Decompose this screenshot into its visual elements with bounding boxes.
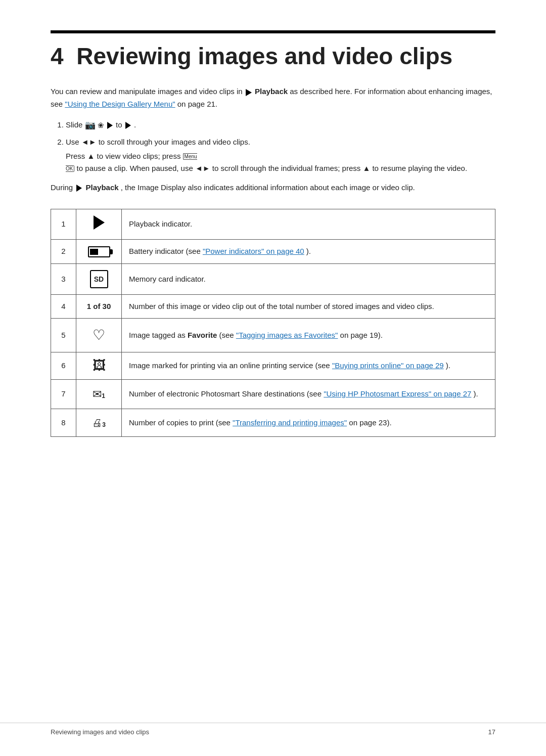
row1-number: 1 bbox=[51, 209, 76, 240]
row7-desc-before: Number of electronic Photosmart Share de… bbox=[129, 389, 324, 398]
row3-icon: SD bbox=[76, 263, 122, 294]
tagging-favorites-link[interactable]: "Tagging images as Favorites" bbox=[236, 331, 338, 339]
table-row: 6 🖼 Image marked for printing via an onl… bbox=[51, 352, 495, 380]
share-icon: ✉ bbox=[93, 388, 102, 401]
table-row: 4 1 of 30 Number of this image or video … bbox=[51, 294, 495, 319]
step1-play-icon bbox=[107, 122, 113, 129]
table-row: 7 ✉1 Number of electronic Photosmart Sha… bbox=[51, 379, 495, 409]
design-gallery-link[interactable]: "Using the Design Gallery Menu" bbox=[65, 100, 175, 108]
steps-list: Slide 📷 ❀ to . Use ◄► to scroll through … bbox=[66, 118, 495, 174]
row5-icon: ♡ bbox=[76, 319, 122, 352]
step-2: Use ◄► to scroll through your images and… bbox=[66, 136, 495, 174]
row6-desc: Image marked for printing via an online … bbox=[122, 352, 495, 380]
step1-text-before: Slide bbox=[66, 120, 85, 129]
row7-desc: Number of electronic Photosmart Share de… bbox=[122, 379, 495, 409]
row8-desc-before: Number of copies to print (see bbox=[129, 418, 233, 427]
row8-number: 8 bbox=[51, 409, 76, 436]
intro-paragraph: You can review and manipulate images and… bbox=[51, 85, 495, 110]
row6-desc-after: ). bbox=[446, 361, 450, 370]
row6-icon: 🖼 bbox=[76, 352, 122, 380]
transferring-printing-link[interactable]: "Transferring and printing images" bbox=[233, 418, 347, 427]
footer-right: 17 bbox=[488, 728, 495, 736]
row7-number: 7 bbox=[51, 379, 76, 409]
table-row: 8 🖨3 Number of copies to print (see "Tra… bbox=[51, 409, 495, 436]
row2-icon bbox=[76, 239, 122, 263]
playback-icon-inline bbox=[246, 86, 252, 98]
buying-prints-link[interactable]: "Buying prints online" on page 29 bbox=[332, 361, 444, 370]
step1-play-icon2 bbox=[125, 122, 131, 129]
step-1: Slide 📷 ❀ to . bbox=[66, 118, 495, 132]
during-play-icon bbox=[76, 185, 82, 192]
row2-desc-before: Battery indicator (see bbox=[129, 247, 203, 255]
camera-icon: 📷 bbox=[85, 120, 96, 130]
row1-icon bbox=[76, 209, 122, 240]
row5-number: 5 bbox=[51, 319, 76, 352]
row6-desc-before: Image marked for printing via an online … bbox=[129, 361, 332, 370]
row6-number: 6 bbox=[51, 352, 76, 380]
page-footer: Reviewing images and video clips 17 bbox=[0, 723, 546, 736]
during-text-before: During bbox=[51, 183, 75, 192]
intro-text3: on page 21. bbox=[177, 100, 217, 108]
row1-desc-text: Playback indicator. bbox=[129, 219, 192, 228]
chapter-number: 4 bbox=[51, 43, 64, 69]
row5-desc-mid: (see bbox=[219, 331, 236, 339]
during-text-after: , the Image Display also indicates addit… bbox=[121, 183, 415, 192]
row2-desc-after: ). bbox=[306, 247, 311, 255]
row4-number: 4 bbox=[51, 294, 76, 319]
row8-desc-after: on page 23). bbox=[349, 418, 391, 427]
row4-icon: 1 of 30 bbox=[76, 294, 122, 319]
row3-desc: Memory card indicator. bbox=[122, 263, 495, 294]
step1-text-to: to bbox=[116, 120, 124, 129]
step2-subtext: Press ▲ to view video clips; press MenuO… bbox=[66, 150, 495, 174]
during-playback-bold: Playback bbox=[86, 183, 119, 192]
row2-number: 2 bbox=[51, 239, 76, 263]
table-row: 3 SD Memory card indicator. bbox=[51, 263, 495, 294]
copies-icon: 🖨 bbox=[92, 417, 102, 428]
row2-desc: Battery indicator (see "Power indicators… bbox=[122, 239, 495, 263]
row3-desc-text: Memory card indicator. bbox=[129, 275, 206, 283]
row4-desc: Number of this image or video clip out o… bbox=[122, 294, 495, 319]
during-paragraph: During Playback , the Image Display also… bbox=[51, 182, 495, 194]
row3-number: 3 bbox=[51, 263, 76, 294]
chapter-title: Reviewing images and video clips bbox=[76, 43, 452, 69]
footer-left: Reviewing images and video clips bbox=[51, 728, 149, 736]
row4-desc-text: Number of this image or video clip out o… bbox=[129, 302, 434, 310]
playback-indicator-icon bbox=[94, 215, 105, 230]
table-row: 2 Battery indicator (see "Power indicato… bbox=[51, 239, 495, 263]
table-row: 5 ♡ Image tagged as Favorite (see "Taggi… bbox=[51, 319, 495, 352]
step1-period: . bbox=[134, 120, 136, 129]
row7-desc-after: ). bbox=[474, 389, 478, 398]
row8-icon: 🖨3 bbox=[76, 409, 122, 436]
favorite-icon: ♡ bbox=[93, 325, 105, 346]
power-indicators-link[interactable]: "Power indicators" on page 40 bbox=[203, 247, 304, 255]
battery-indicator-icon bbox=[88, 246, 110, 257]
sd-card-icon: SD bbox=[90, 270, 108, 288]
chapter-header: 4 Reviewing images and video clips bbox=[51, 30, 495, 70]
intro-text1: You can review and manipulate images and… bbox=[51, 87, 245, 96]
row8-desc: Number of copies to print (see "Transfer… bbox=[122, 409, 495, 436]
page: 4 Reviewing images and video clips You c… bbox=[0, 0, 546, 493]
indicator-table: 1 Playback indicator. 2 Battery indicato… bbox=[51, 209, 495, 437]
online-print-icon: 🖼 bbox=[93, 358, 106, 373]
row5-desc-after: on page 19). bbox=[340, 331, 383, 339]
playback-bold-label: Playback bbox=[255, 87, 288, 96]
row5-desc-before: Image tagged as bbox=[129, 331, 188, 339]
image-count-icon: 1 of 30 bbox=[87, 302, 111, 310]
favorite-bold: Favorite bbox=[188, 331, 217, 339]
photosmart-express-link[interactable]: "Using HP Photosmart Express" on page 27 bbox=[324, 389, 471, 398]
chapter-heading: 4 Reviewing images and video clips bbox=[51, 42, 495, 70]
step2-text: Use ◄► to scroll through your images and… bbox=[66, 138, 250, 146]
row5-desc: Image tagged as Favorite (see "Tagging i… bbox=[122, 319, 495, 352]
row1-desc: Playback indicator. bbox=[122, 209, 495, 240]
scene-mode-icon: ❀ bbox=[98, 121, 104, 129]
table-row: 1 Playback indicator. bbox=[51, 209, 495, 240]
row7-icon: ✉1 bbox=[76, 379, 122, 409]
